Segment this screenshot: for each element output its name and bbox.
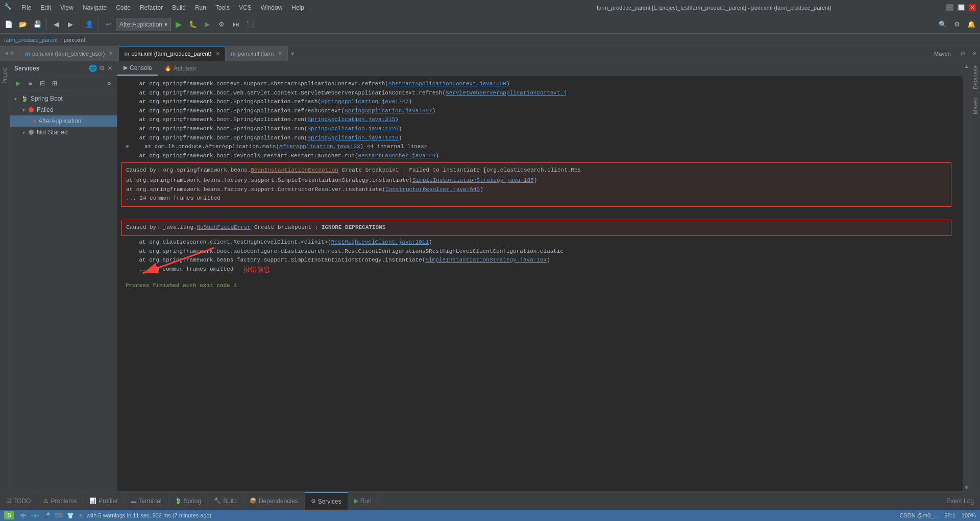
tab-close-1[interactable]: ✕ — [109, 50, 113, 57]
tree-spring-boot[interactable]: ▾ 🍃 Spring Boot — [10, 93, 117, 104]
tab-a[interactable]: a ✕ — [0, 46, 20, 61]
console-scroll[interactable]: at org.springframework.context.support.A… — [117, 76, 963, 491]
link-after-app-main[interactable]: AfterApplication.java:23 — [279, 144, 360, 150]
link-restart-launcher[interactable]: RestartLauncher.java:49 — [358, 153, 435, 159]
save-button[interactable]: 💾 — [31, 18, 44, 31]
link-simple-inst-1[interactable]: SimpleInstantiationStrategy.java:185 — [412, 177, 534, 183]
menu-build[interactable]: Build — [168, 3, 190, 12]
no-such-field-error-link[interactable]: NoSuchFieldError — [197, 224, 251, 230]
mic-icon[interactable]: 🎤 — [43, 512, 51, 519]
services-layout-button[interactable]: ⊞ — [49, 78, 60, 89]
menu-code[interactable]: Code — [112, 3, 135, 12]
bottom-tab-todo[interactable]: ☑ TODO — [0, 492, 37, 510]
process-finished-text: Process finished with exit code 1 — [121, 278, 241, 293]
bottom-tab-spring[interactable]: 🍃 Spring — [168, 492, 208, 510]
keyboard-icon[interactable]: ⌨ — [55, 512, 63, 519]
database-tab[interactable]: Database — [971, 61, 980, 93]
minimize-button[interactable]: — — [946, 4, 953, 11]
link-spring-app-2[interactable]: SpringApplication.java:397 — [345, 108, 432, 114]
chinese-icon-1[interactable]: 中 — [20, 512, 26, 519]
tab-close-2[interactable]: ✕ — [215, 51, 220, 57]
breadcrumb-file[interactable]: pom.xml — [64, 37, 85, 43]
menu-tools[interactable]: Tools — [211, 3, 234, 12]
menu-edit[interactable]: Edit — [36, 3, 55, 12]
maximize-button[interactable]: ⬜ — [958, 4, 965, 11]
link-spring-app-1[interactable]: SpringApplication.java:747 — [321, 99, 409, 105]
link-spring-app-3[interactable]: SpringApplication.java:315 — [307, 116, 395, 123]
link-constructor-resolver[interactable]: ConstructorResolver.java:640 — [385, 186, 480, 193]
settings-button[interactable]: ⚙ — [950, 18, 964, 31]
menu-vcs[interactable]: VCS — [235, 3, 256, 12]
link-rest-high-level[interactable]: RestHighLevelClient.java:1911 — [331, 239, 429, 245]
link-spring-app-4[interactable]: SpringApplication.java:1226 — [307, 126, 398, 132]
bottom-tab-services[interactable]: ⚙ Services — [305, 492, 348, 510]
tab-pom-service-user[interactable]: m pom.xml (farm_service_user) ✕ — [20, 46, 119, 61]
link-simple-inst-2[interactable]: SimpleInstantiationStrategy.java:154 — [426, 257, 547, 263]
user-button[interactable]: 👤 — [83, 18, 96, 31]
back-button[interactable]: ◀ — [50, 18, 63, 31]
right-scroll-up[interactable]: ▲ — [963, 62, 970, 70]
console-tab-console[interactable]: ▶ Console — [117, 61, 158, 76]
menu-file[interactable]: File — [17, 3, 35, 12]
menu-refactor[interactable]: Refactor — [136, 3, 167, 12]
menu-window[interactable]: Window — [257, 3, 287, 12]
services-close-icon[interactable]: ✕ — [107, 64, 113, 72]
step-over-button[interactable]: ⏭ — [229, 18, 242, 31]
bottom-tab-terminal[interactable]: ▬ Terminal — [125, 492, 168, 510]
services-panel: Services 🌐 ⚙ ✕ ▶ ≡ ⊟ ⊞ » ▾ 🍃 Spring Boot — [10, 61, 117, 491]
link-spring-app-5[interactable]: SpringApplication.java:1215 — [307, 135, 398, 141]
stop-button[interactable]: ⬛ — [243, 18, 257, 31]
services-settings-icon[interactable]: ⚙ — [99, 64, 105, 72]
breadcrumb-project[interactable]: farm_produce_parent — [4, 37, 58, 43]
updates-button[interactable]: 🔔 — [965, 18, 978, 31]
menu-view[interactable]: View — [56, 3, 78, 12]
search-everywhere-button[interactable]: 🔍 — [936, 18, 949, 31]
tree-failed[interactable]: ▾ Failed — [10, 104, 117, 115]
services-header-icons: 🌐 ⚙ ✕ — [89, 64, 113, 72]
debug-button[interactable]: 🐛 — [186, 18, 200, 31]
tab-close-3[interactable]: ✕ — [278, 50, 282, 57]
close-button[interactable]: ✕ — [969, 4, 976, 11]
new-file-button[interactable]: 📄 — [2, 18, 15, 31]
bottom-tab-profiler[interactable]: 📊 Profiler — [83, 492, 125, 510]
menu-help[interactable]: Help — [287, 3, 308, 12]
services-collapse-all-button[interactable]: ⊟ — [37, 78, 48, 89]
tab-pom-produce-parent[interactable]: m pom.xml (farm_produce_parent) ✕ — [119, 46, 226, 61]
project-tab-vertical[interactable]: Project — [1, 63, 9, 87]
bottom-tab-build[interactable]: 🔨 Build — [208, 492, 243, 510]
tree-after-application[interactable]: ● AfterApplication — [10, 115, 117, 127]
link-abstract-app-ctx[interactable]: AbstractApplicationContext.java:550 — [388, 81, 506, 87]
tab-pom-farm[interactable]: m pom.xml (farm ✕ — [226, 46, 288, 61]
bottom-tab-dependencies[interactable]: 📦 Dependencies — [243, 492, 305, 510]
run-config-dropdown[interactable]: AfterApplication ▾ — [116, 18, 171, 31]
more-run-button[interactable]: ⚙ — [215, 18, 228, 31]
services-expand-all-button[interactable]: ≡ — [24, 78, 36, 89]
services-more-button[interactable]: » — [104, 78, 115, 89]
apps-icon[interactable]: ⊞ — [78, 512, 83, 519]
chinese-icon-2[interactable]: •◈• — [31, 512, 39, 519]
open-button[interactable]: 📂 — [16, 18, 30, 31]
link-servlet-ctx[interactable]: ServletWebServerApplicationContext.j — [446, 90, 567, 96]
menu-run[interactable]: Run — [191, 3, 210, 12]
bottom-tab-problems[interactable]: ⚠ Problems — [37, 492, 83, 510]
not-started-label: Not Started — [37, 129, 113, 136]
services-globe-icon[interactable]: 🌐 — [89, 64, 97, 72]
tree-not-started[interactable]: ▾ Not Started — [10, 127, 117, 138]
right-scroll-down[interactable]: ▼ — [963, 484, 970, 491]
console-tab-actuator[interactable]: 🔥 Actuator — [158, 61, 203, 76]
services-run-button[interactable]: ▶ — [12, 78, 23, 89]
tab-settings-icon[interactable]: ⚙ — [957, 50, 969, 57]
coverage-button[interactable]: ▶ — [201, 18, 214, 31]
forward-button[interactable]: ▶ — [64, 18, 77, 31]
tab-more-button[interactable]: ▾ — [288, 50, 297, 57]
run-button[interactable]: ▶ — [172, 18, 185, 31]
bottom-tab-run[interactable]: ▶ Run — [348, 492, 378, 510]
tab-close-panel-icon[interactable]: ✕ — [969, 50, 980, 57]
menu-navigate[interactable]: Navigate — [79, 3, 111, 12]
shirt-icon[interactable]: 👕 — [67, 512, 74, 519]
maven-tab[interactable]: Maven — [971, 93, 980, 119]
bean-instantiation-exception-link[interactable]: BeanInstantiationException — [251, 167, 338, 173]
undo-button[interactable]: ↩ — [102, 18, 115, 31]
spring-boot-label: Spring Boot — [31, 95, 113, 102]
event-log-link[interactable]: Event Log — [946, 498, 974, 505]
